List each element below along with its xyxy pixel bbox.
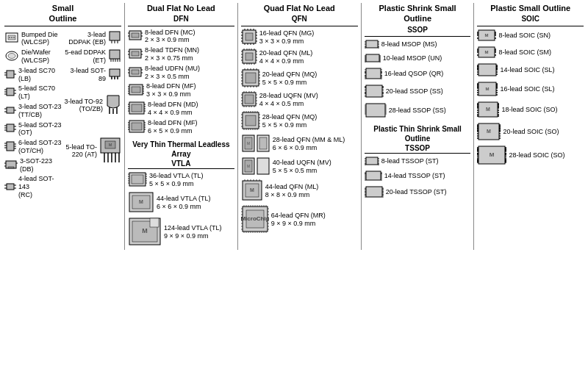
to92-icon <box>105 94 121 116</box>
svg-rect-359 <box>366 104 385 117</box>
dfn-mc-icon <box>128 29 143 43</box>
svg-rect-197 <box>245 95 254 104</box>
list-item: 28-lead QFN (MQ)5 × 5 × 0.9 mm <box>241 111 358 132</box>
item-label: 14-lead SOIC (SL) <box>500 66 584 74</box>
item-label: 8-lead SOIC (SM) <box>498 49 584 57</box>
dfn-md-4x4-icon <box>128 101 146 117</box>
svg-rect-11 <box>7 88 14 96</box>
wafer-icon <box>4 50 19 63</box>
item-label: 20-lead QFN (ML)4 × 4 × 0.9 mm <box>259 49 358 65</box>
svg-rect-70 <box>132 33 139 37</box>
soic-14-sl-icon <box>477 62 498 79</box>
list-item: 3-lead TO-92(TO/ZB) <box>64 94 122 116</box>
svg-rect-250 <box>257 158 269 174</box>
item-label: 3-lead DDPAK (EB) <box>64 31 107 47</box>
item-label: 18-lead SOIC (SO) <box>501 106 584 114</box>
list-item: 8-lead TSSOP (ST) <box>365 156 471 168</box>
item-label: 8-lead TSSOP (ST) <box>381 157 471 165</box>
qfn-44-ml-icon: M <box>241 179 263 203</box>
list-item: 5-lead SOT-23(OT) <box>4 121 62 137</box>
soic-8-sn-icon: M <box>477 29 496 43</box>
list-item: 8-lead DFN (MC)2 × 3 × 0.9 mm <box>128 29 234 45</box>
column-ssop: Plastic Shrink Small OutlineSSOP 8-lead … <box>362 3 475 250</box>
list-item: 20-lead QFN (MQ)5 × 5 × 0.9 mm <box>241 68 358 89</box>
msop-10-icon <box>365 53 381 65</box>
soic-28-so-icon: M <box>477 145 506 167</box>
svg-text:M: M <box>485 50 489 54</box>
item-label: 16-lead QFN (MG)3 × 3 × 0.9 mm <box>259 29 358 46</box>
col-header-ssop: Plastic Shrink Small OutlineSSOP <box>365 3 471 37</box>
sot23-5-icon <box>4 123 16 134</box>
svg-rect-439 <box>478 64 496 76</box>
list-item: 16-lead QFN (MG)3 × 3 × 0.9 mm <box>241 29 358 46</box>
vtla-44-icon: M <box>128 191 154 215</box>
list-item: M <box>477 81 584 98</box>
item-label: 36-lead VTLA (TL)5 × 5 × 0.9 mm <box>149 172 234 188</box>
svg-rect-82 <box>132 70 139 74</box>
col-header-soic: Plastic Small OutlineSOIC <box>477 3 584 26</box>
col-header-dfn: Dual Flat No LeadDFN <box>128 3 234 26</box>
svg-rect-88 <box>132 87 140 93</box>
item-label: 8-lead DFN (MF)3 × 3 × 0.9 mm <box>146 82 234 98</box>
svg-rect-301 <box>366 40 378 48</box>
qfn-64-mr-icon: MicroChip <box>241 205 269 234</box>
item-label: 4-lead SOT-143(RC) <box>18 175 62 198</box>
item-label: 5-lead TO-220 (AT) <box>64 143 98 159</box>
soic-20-so-icon: M <box>477 122 501 143</box>
tssop-14-icon <box>365 170 382 183</box>
item-label: 20-lead SOIC (SO) <box>503 128 584 136</box>
svg-rect-137 <box>245 33 253 40</box>
svg-text:M: M <box>487 129 491 134</box>
list-item: 8-lead DFN (MF)3 × 3 × 0.9 mm <box>128 82 234 98</box>
tdfn-mn-icon <box>128 48 143 61</box>
svg-rect-27 <box>7 142 14 151</box>
svg-rect-310 <box>366 54 379 62</box>
item-label: 3-lead SOT-89 <box>64 67 107 83</box>
list-item: M 8-lead SOIC (SM) <box>477 46 584 60</box>
list-item: M 40-lead UQFN (MV)5 × 5 × 0.5 mm <box>241 157 358 177</box>
item-label: 3-SOT-223 (DB) <box>20 157 62 173</box>
item-label: 5-ead DDPAK (ET) <box>64 49 107 65</box>
svg-rect-54 <box>110 69 120 76</box>
list-item: 3-SOT-223 (DB) <box>4 157 62 173</box>
sot143-icon <box>4 182 16 193</box>
svg-rect-39 <box>7 184 14 190</box>
list-item: M <box>477 122 584 143</box>
page: SmallOutline Bumped Die(WLCSP) <box>0 0 588 253</box>
ssop-20-icon <box>365 84 384 100</box>
item-label: 64-lead QFN (MR)9 × 9 × 0.9 mm <box>271 212 358 228</box>
item-label: 8-lead TDFN (MN)2 × 3 × 0.75 mm <box>145 46 234 62</box>
item-label: 20-lead QFN (MQ)5 × 5 × 0.9 mm <box>262 71 358 87</box>
item-label: 8-lead SOIC (SN) <box>498 32 584 40</box>
svg-text:M: M <box>247 164 250 168</box>
svg-rect-217 <box>245 115 256 126</box>
wlcsp-icon <box>4 32 19 45</box>
item-label: 124-lead VTLA (TL)9 × 9 × 0.9 mm <box>164 224 234 240</box>
sot23-3-icon <box>4 105 16 117</box>
list-item: M <box>477 101 584 120</box>
svg-rect-398 <box>366 187 382 197</box>
list-item: 3-lead DDPAK (EB) <box>64 31 122 47</box>
list-item: 8-lead TDFN (MN)2 × 3 × 0.75 mm <box>128 46 234 62</box>
item-label: 8-lead MSOP (MS) <box>381 40 471 49</box>
item-label: 44-lead VTLA (TL)6 × 6 × 0.9 mm <box>157 195 234 211</box>
item-label: 40-lead UQFN (MV)5 × 5 × 0.5 mm <box>273 159 358 175</box>
svg-text:M: M <box>486 87 490 91</box>
list-item: Die/Wafer(WLCSP) <box>4 49 62 65</box>
svg-rect-7 <box>7 71 14 78</box>
svg-rect-374 <box>366 157 378 165</box>
item-label: 5-lead SC70 (LT) <box>18 85 62 101</box>
list-item: 8-lead MSOP (MS) <box>365 39 471 51</box>
ddpak-5-icon <box>108 49 121 64</box>
list-item: 28-lead UQFN (MV)4 × 4 × 0.5 mm <box>241 91 358 109</box>
list-item: M 28-lead QFN (MM & ML)6 × 6 × 0.9 mm <box>241 134 358 154</box>
list-item: 3-lead SC70 (LB) <box>4 67 62 83</box>
qfn-16-mg-icon <box>241 29 257 46</box>
svg-rect-135 <box>150 218 159 227</box>
vtla-36-icon <box>128 171 147 189</box>
sot223-icon <box>4 159 18 171</box>
svg-rect-338 <box>366 85 382 97</box>
list-item: M 44-lead QFN (ML)8 × 8 × 0.9 mm <box>241 179 358 203</box>
list-item: 3-lead SOT-89 <box>64 67 122 83</box>
item-label: 3-lead SOT-23(TT/CB) <box>18 103 62 119</box>
